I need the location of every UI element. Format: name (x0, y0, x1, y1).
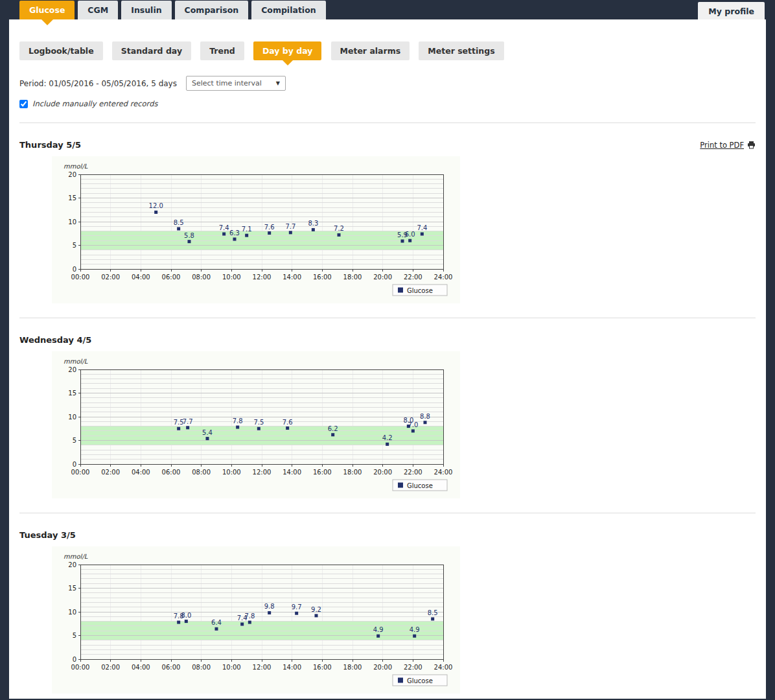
svg-text:10:00: 10:00 (222, 274, 241, 281)
svg-text:02:00: 02:00 (101, 469, 120, 476)
svg-text:4.9: 4.9 (410, 626, 420, 633)
svg-text:06:00: 06:00 (162, 664, 181, 671)
svg-text:7.8: 7.8 (233, 417, 243, 425)
print-to-pdf-link[interactable]: Print to PDF (700, 141, 756, 150)
svg-text:0: 0 (73, 266, 76, 273)
svg-text:20:00: 20:00 (373, 274, 392, 281)
svg-text:4.9: 4.9 (373, 626, 384, 633)
svg-text:15: 15 (68, 194, 76, 202)
tab-glucose[interactable]: Glucose (19, 1, 75, 19)
svg-text:8.0: 8.0 (181, 612, 191, 619)
chevron-down-icon: ▼ (276, 80, 280, 86)
svg-text:7.7: 7.7 (183, 418, 193, 425)
svg-text:24:00: 24:00 (434, 469, 453, 476)
svg-text:22:00: 22:00 (404, 469, 422, 476)
tab-logbook-table[interactable]: Logbook/table (19, 41, 103, 60)
svg-text:7.1: 7.1 (242, 226, 252, 233)
svg-text:02:00: 02:00 (101, 274, 120, 281)
tab-meter-settings[interactable]: Meter settings (419, 41, 503, 60)
divider (19, 513, 756, 513)
glucose-chart: mmol/L0510152000:0002:0004:0006:0008:001… (52, 546, 460, 694)
svg-text:20: 20 (68, 171, 76, 178)
svg-text:7.2: 7.2 (334, 225, 344, 232)
time-interval-selected-value: Select time interval (192, 79, 262, 88)
svg-text:04:00: 04:00 (132, 469, 150, 476)
svg-text:mmol/L: mmol/L (64, 358, 88, 365)
svg-text:10:00: 10:00 (222, 664, 241, 671)
svg-text:8.5: 8.5 (174, 219, 184, 226)
svg-text:7.6: 7.6 (264, 224, 275, 231)
content-area: Logbook/table Standard day Trend Day by … (9, 19, 766, 699)
svg-text:24:00: 24:00 (434, 274, 453, 281)
svg-text:02:00: 02:00 (101, 664, 120, 671)
svg-text:6.3: 6.3 (229, 229, 240, 237)
svg-text:Glucose: Glucose (407, 287, 433, 294)
divider (19, 318, 756, 318)
svg-text:7.5: 7.5 (253, 419, 264, 426)
day-title: Wednesday 4/5 (19, 335, 91, 345)
top-nav: Glucose CGM Insulin Comparison Compilati… (0, 0, 775, 19)
svg-text:12:00: 12:00 (253, 274, 272, 281)
svg-text:7.0: 7.0 (408, 421, 418, 428)
svg-text:16:00: 16:00 (313, 664, 332, 671)
tab-trend[interactable]: Trend (200, 41, 244, 60)
svg-text:12:00: 12:00 (253, 664, 272, 671)
include-manual-row: Include manually entered records (19, 99, 756, 108)
svg-text:08:00: 08:00 (192, 469, 211, 476)
my-profile-button[interactable]: My profile (698, 2, 765, 21)
printer-icon (747, 141, 756, 149)
svg-text:15: 15 (68, 585, 76, 592)
day-title: Tuesday 3/5 (19, 530, 76, 540)
svg-text:18:00: 18:00 (343, 274, 362, 281)
svg-text:8.3: 8.3 (308, 220, 318, 227)
tab-insulin[interactable]: Insulin (121, 1, 171, 19)
svg-text:9.7: 9.7 (292, 603, 302, 611)
period-label: Period: 01/05/2016 - 05/05/2016, 5 days (19, 79, 177, 88)
include-manual-checkbox[interactable] (19, 100, 28, 108)
svg-text:16:00: 16:00 (313, 469, 332, 476)
svg-text:24:00: 24:00 (434, 664, 453, 671)
svg-text:8.5: 8.5 (428, 609, 438, 616)
filter-row: Period: 01/05/2016 - 05/05/2016, 5 days … (19, 76, 756, 91)
tab-cgm[interactable]: CGM (78, 1, 118, 19)
svg-text:9.8: 9.8 (264, 603, 275, 610)
day-section-thursday: Thursday 5/5 Print to PDF mmol/L05101520… (19, 140, 756, 303)
svg-text:20: 20 (68, 561, 76, 568)
time-interval-select[interactable]: Select time interval ▼ (186, 76, 286, 91)
svg-text:5: 5 (73, 632, 76, 639)
svg-text:7.4: 7.4 (219, 224, 229, 231)
tab-meter-alarms[interactable]: Meter alarms (331, 41, 410, 60)
tab-compilation[interactable]: Compilation (251, 1, 326, 19)
svg-text:18:00: 18:00 (343, 664, 362, 671)
include-manual-label: Include manually entered records (32, 99, 157, 108)
svg-text:12.0: 12.0 (149, 202, 163, 209)
svg-text:14:00: 14:00 (283, 274, 301, 281)
svg-text:mmol/L: mmol/L (64, 553, 88, 560)
svg-text:14:00: 14:00 (283, 469, 301, 476)
svg-text:5: 5 (73, 242, 76, 249)
svg-text:7.7: 7.7 (285, 223, 295, 230)
svg-text:5: 5 (73, 437, 76, 444)
svg-text:7.4: 7.4 (417, 224, 427, 231)
svg-text:00:00: 00:00 (71, 469, 90, 476)
tab-day-by-day[interactable]: Day by day (253, 41, 322, 60)
svg-text:10: 10 (68, 414, 76, 421)
svg-text:5.8: 5.8 (184, 232, 194, 239)
svg-text:04:00: 04:00 (132, 274, 150, 281)
svg-text:7.6: 7.6 (283, 419, 293, 426)
svg-text:10:00: 10:00 (222, 469, 241, 476)
divider (19, 122, 756, 123)
tab-comparison[interactable]: Comparison (175, 1, 249, 19)
tab-standard-day[interactable]: Standard day (112, 41, 191, 60)
svg-text:18:00: 18:00 (343, 469, 362, 476)
glucose-chart: mmol/L0510152000:0002:0004:0006:0008:001… (52, 156, 460, 303)
svg-text:20:00: 20:00 (373, 469, 392, 476)
svg-text:6.2: 6.2 (328, 425, 338, 432)
svg-text:16:00: 16:00 (313, 274, 332, 281)
svg-text:8.8: 8.8 (420, 413, 430, 420)
page: Glucose CGM Insulin Comparison Compilati… (0, 0, 775, 700)
svg-text:Glucose: Glucose (407, 482, 433, 489)
svg-text:20:00: 20:00 (373, 664, 392, 671)
svg-text:08:00: 08:00 (192, 274, 211, 281)
svg-text:10: 10 (68, 218, 76, 226)
